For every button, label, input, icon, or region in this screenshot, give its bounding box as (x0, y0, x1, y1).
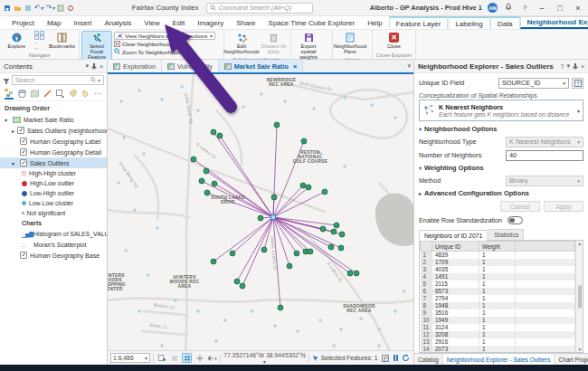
neighbor-point[interactable] (306, 185, 311, 190)
conceptualization-select[interactable]: K Nearest Neighbors Each feature gets K … (419, 100, 583, 121)
ribbon-tab[interactable]: Analysis (98, 16, 138, 29)
chevron-down-icon[interactable]: ▾ (98, 77, 100, 83)
layer-item-base[interactable]: Human Geography Base (0, 250, 107, 261)
view-tab[interactable]: Market Sale Ratio × (219, 60, 304, 72)
ribbon-tab[interactable]: Labeling (448, 16, 489, 29)
number-of-neighbors-input[interactable]: 40 (506, 150, 583, 161)
discard-all-edits-button[interactable]: Discard All Edits (259, 31, 289, 56)
neighbor-point[interactable] (308, 249, 313, 254)
layer-checkbox[interactable] (20, 148, 27, 156)
table-row[interactable]: 7 2794 1 (421, 295, 575, 302)
minimize-button[interactable]: – (536, 4, 548, 13)
grid-toggle-icon[interactable] (182, 353, 192, 363)
overview-window-icon[interactable] (381, 353, 391, 363)
view-tab[interactable]: Vulnerability × (162, 60, 219, 72)
field-table-icon[interactable] (572, 78, 583, 89)
save-icon[interactable] (4, 5, 11, 12)
snap-crosshair-icon[interactable] (194, 353, 204, 363)
pane-tab[interactable]: Chart Properties (555, 354, 588, 365)
neighbor-point[interactable] (274, 122, 280, 128)
advanced-options-section[interactable]: ▸Advanced Configuration Options (419, 187, 583, 199)
layer-item[interactable]: Human Geography Detail (0, 147, 107, 157)
filter-icon[interactable] (3, 72, 10, 89)
apply-button[interactable]: Apply (544, 201, 583, 212)
ribbon-tab[interactable]: View (138, 16, 166, 29)
ribbon-tab[interactable]: Share (230, 16, 261, 29)
contents-search-input[interactable]: Search ▾ (12, 75, 104, 85)
new-project-icon[interactable] (24, 5, 32, 12)
neighbor-point[interactable] (347, 271, 353, 276)
table-row[interactable]: 13 2916 1 (421, 338, 575, 346)
layer-checkbox[interactable] (20, 252, 27, 259)
bookmarks-button[interactable]: Bookmarks (47, 31, 77, 51)
refresh-icon[interactable] (401, 353, 411, 363)
list-by-snapping-icon[interactable] (55, 89, 64, 100)
help-icon[interactable]: ? (519, 4, 530, 12)
pin-icon[interactable] (573, 63, 578, 70)
map-canvas[interactable]: NEWBRIDGEREC AREAGolf Course DrRESTONNAT… (108, 74, 413, 350)
close-tab-icon[interactable]: × (293, 62, 298, 71)
layer-item[interactable]: Human Geography Label (0, 136, 107, 147)
table-scrollbar[interactable]: ▲ ▼ (575, 241, 583, 352)
notifications-toggle-icon[interactable]: ▾ (207, 353, 217, 363)
table-row[interactable]: 11 3124 1 (421, 324, 575, 331)
ribbon-tab[interactable]: Space Time Cube Explorer (262, 16, 362, 29)
results-tab[interactable]: Statistics (488, 229, 524, 240)
ribbon-tab[interactable]: Map (41, 16, 68, 29)
neighbor-point[interactable] (322, 189, 327, 195)
table-row[interactable]: 2 1709 1 (421, 259, 575, 266)
neighbor-point[interactable] (217, 133, 223, 138)
layer-checkbox[interactable] (20, 159, 27, 166)
chart-item[interactable]: ▁▅▇ Histogram of SALES_VALUE (0, 228, 107, 239)
explore-button[interactable]: Explore (2, 31, 32, 51)
view-tab[interactable]: Exploration × (108, 60, 162, 72)
layer-item-sales-outliers[interactable]: Sales Outliers (0, 157, 107, 168)
scroll-up-icon[interactable]: ▲ (577, 241, 582, 246)
table-row[interactable]: 3 4035 1 (421, 266, 575, 273)
neighbor-point[interactable] (271, 195, 277, 200)
chevron-down-icon[interactable]: ▾ (85, 62, 89, 70)
focal-feature-point[interactable] (271, 215, 276, 220)
clear-neighborhood-button[interactable]: Clear Neighborhood (114, 41, 215, 48)
table-row[interactable]: 1 4839 1 (421, 252, 575, 260)
neighbor-point[interactable] (261, 247, 267, 252)
neighbor-point[interactable] (212, 181, 217, 186)
neighbor-point[interactable] (258, 215, 263, 221)
ribbon-tab[interactable]: Project (5, 16, 41, 29)
pin-icon[interactable] (91, 63, 97, 70)
neighbor-point[interactable] (338, 245, 344, 251)
neighbor-point[interactable] (204, 168, 209, 174)
table-row[interactable]: 4 1491 1 (421, 273, 575, 281)
help-icon[interactable]: ? (560, 63, 564, 70)
close-explorer-button[interactable]: ✕ Close (379, 31, 410, 51)
chart-item[interactable]: ∴ Moran's Scatterplot (0, 239, 107, 250)
view-neighbors-dropdown[interactable]: View Neighbors and Connections (114, 32, 215, 40)
ribbon-tab[interactable]: Edit (166, 16, 191, 29)
neighbor-point[interactable] (300, 183, 306, 188)
table-row[interactable]: 5 2115 1 (421, 281, 575, 288)
command-search-input[interactable]: Command Search (Alt+Q) (206, 3, 313, 14)
list-by-charts-icon[interactable] (81, 89, 90, 100)
neighbor-point[interactable] (211, 129, 216, 135)
layer-item[interactable]: Sales Outliers (neighborhood) (0, 125, 107, 136)
tab-list-chevron-icon[interactable]: ▾ (407, 62, 411, 70)
locate-tool-icon[interactable] (67, 5, 74, 12)
close-pane-icon[interactable]: × (581, 63, 584, 70)
neighbor-point[interactable] (320, 226, 326, 232)
layer-checkbox[interactable] (17, 127, 24, 134)
undo-icon[interactable]: ↶ (34, 4, 43, 12)
more-options-icon[interactable] (93, 89, 102, 100)
neighbor-point[interactable] (230, 251, 235, 256)
neighbor-point[interactable] (287, 263, 292, 269)
list-by-labeling-icon[interactable] (68, 89, 77, 100)
notifications-bell-icon[interactable] (503, 3, 514, 13)
neighborhood-options-section[interactable]: ▾Neighborhood Options (419, 123, 583, 135)
table-row[interactable]: 6 6573 1 (421, 288, 575, 295)
ribbon-tab[interactable]: Help (361, 16, 388, 29)
layer-visibility-icon[interactable] (169, 353, 179, 363)
list-by-data-source-icon[interactable] (17, 89, 26, 100)
results-tab[interactable]: Neighbors of ID 2071 (419, 230, 488, 241)
edit-neighborhoods-button[interactable]: Edit Neighborhoods (226, 31, 257, 56)
maximize-button[interactable]: □ (554, 4, 566, 13)
map-tool-icon[interactable] (57, 5, 64, 12)
